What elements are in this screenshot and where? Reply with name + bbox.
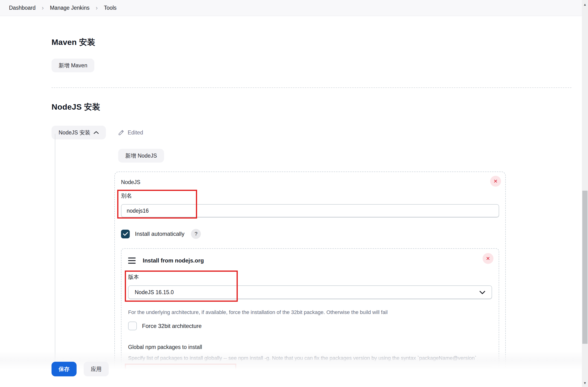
alias-field-group: 别名 [121,192,499,218]
nodejs-section-title: NodeJS 安装 [52,102,566,112]
breadcrumb: Dashboard › Manage Jenkins › Tools [0,0,582,16]
vertical-scrollbar[interactable]: ▲ ▼ [582,0,588,387]
npm-packages-label: Global npm packages to install [128,344,492,350]
breadcrumb-dashboard[interactable]: Dashboard [9,5,36,11]
scroll-down-icon[interactable]: ▼ [582,379,588,387]
delete-installer-button[interactable]: × [483,253,493,264]
main-content: Maven 安装 新增 Maven NodeJS 安装 NodeJS 安装 [0,16,582,387]
nodejs-collapse-label: NodeJS 安装 [59,129,90,136]
breadcrumb-separator-icon: › [96,4,98,12]
breadcrumb-separator-icon: › [42,4,44,12]
chevron-down-icon [479,291,485,294]
pencil-icon [118,129,124,136]
force32-label: Force 32bit architecture [142,323,202,329]
maven-section: Maven 安装 新增 Maven [52,37,566,72]
alias-input[interactable] [121,204,499,218]
check-icon [123,232,128,236]
alias-label: 别名 [121,192,499,199]
installation-type-label: NodeJS [121,179,499,185]
chevron-up-icon [94,131,99,134]
nodejs-collapse-button[interactable]: NodeJS 安装 [52,126,106,139]
add-maven-button[interactable]: 新增 Maven [52,59,94,72]
scrollbar-thumb[interactable] [582,191,588,344]
installer-title: Install from nodejs.org [143,257,204,264]
save-button[interactable]: 保存 [52,362,77,376]
footer-bar: 保存 应用 [0,351,582,387]
maven-section-title: Maven 安装 [52,37,566,48]
edited-label: Edited [128,129,143,136]
version-field-group: 版本 NodeJS 16.15.0 [128,273,492,299]
breadcrumb-tools[interactable]: Tools [104,5,117,11]
version-label: 版本 [128,273,492,281]
section-indent-line [55,134,55,378]
force32-row: Force 32bit architecture [128,322,492,330]
apply-button[interactable]: 应用 [84,362,109,376]
nodejs-section: NodeJS 安装 NodeJS 安装 Edited [52,102,566,139]
jenkins-tools-page: Dashboard › Manage Jenkins › Tools Maven… [0,0,588,387]
section-divider [52,87,571,88]
help-button[interactable]: ? [191,229,201,239]
add-nodejs-button[interactable]: 新增 NodeJS [118,149,164,163]
install-automatically-label: Install automatically [135,231,184,237]
drag-handle-icon[interactable] [128,258,136,264]
force32-help-text: For the underlying architecture, if avai… [128,309,492,315]
install-automatically-row: Install automatically ? [121,229,499,239]
breadcrumb-manage-jenkins[interactable]: Manage Jenkins [50,5,90,11]
install-automatically-checkbox[interactable] [121,230,130,238]
scroll-up-icon[interactable]: ▲ [582,1,588,8]
version-select-value: NodeJS 16.15.0 [135,289,174,296]
delete-installation-button[interactable]: × [490,176,501,187]
version-select[interactable]: NodeJS 16.15.0 [128,285,492,299]
edited-badge: Edited [118,129,143,136]
force32-checkbox[interactable] [128,322,137,330]
